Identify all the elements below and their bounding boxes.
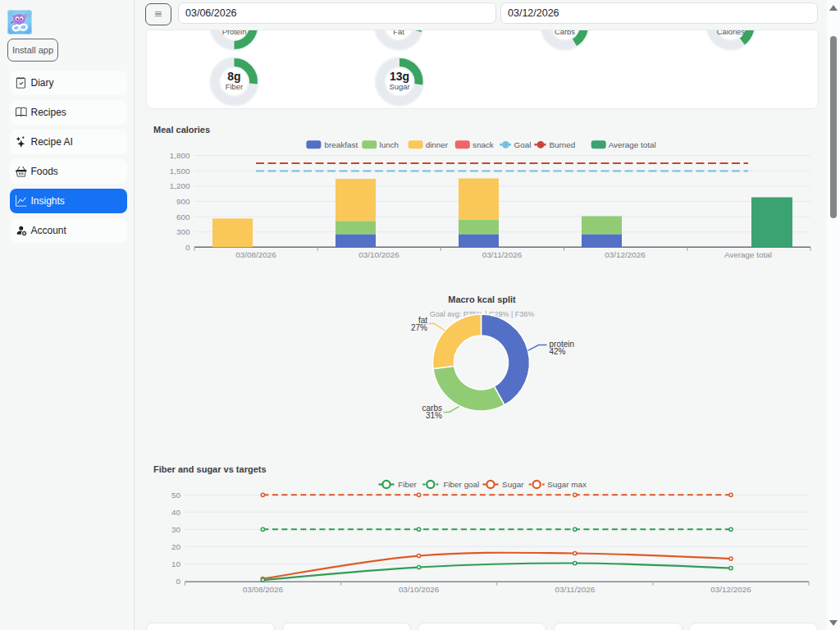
svg-text:0: 0 — [176, 577, 181, 586]
svg-text:03/10/2026: 03/10/2026 — [358, 250, 399, 259]
svg-text:03/11/2026: 03/11/2026 — [555, 585, 595, 594]
svg-text:1,200: 1,200 — [170, 181, 190, 190]
svg-text:03/08/2026: 03/08/2026 — [235, 250, 276, 259]
svg-text:03/12/2026: 03/12/2026 — [710, 585, 751, 594]
svg-text:1,800: 1,800 — [170, 151, 190, 160]
svg-text:30: 30 — [171, 525, 180, 534]
svg-text:03/08/2026: 03/08/2026 — [243, 585, 284, 594]
svg-text:Macro kcal split: Macro kcal split — [448, 294, 516, 304]
svg-text:Goal: Goal — [514, 140, 532, 149]
svg-text:Fiber goal: Fiber goal — [443, 480, 479, 489]
svg-text:Sugar max: Sugar max — [547, 480, 587, 489]
svg-text:Protein: Protein — [221, 30, 246, 36]
svg-text:lunch: lunch — [380, 140, 399, 149]
svg-text:20: 20 — [171, 542, 180, 551]
svg-text:10: 10 — [171, 559, 180, 568]
svg-text:Burned: Burned — [550, 140, 576, 149]
svg-text:Carbs: Carbs — [554, 30, 574, 36]
svg-text:Average total: Average total — [609, 140, 656, 149]
svg-text:300: 300 — [176, 227, 190, 236]
svg-text:Fiber: Fiber — [225, 81, 242, 90]
svg-text:Fiber and sugar vs targets: Fiber and sugar vs targets — [153, 464, 267, 474]
svg-text:Sugar: Sugar — [502, 480, 524, 489]
svg-text:breakfast: breakfast — [325, 140, 358, 149]
svg-text:snack: snack — [472, 140, 494, 149]
svg-text:42%: 42% — [550, 347, 566, 356]
svg-text:Meal calories: Meal calories — [153, 125, 210, 135]
svg-text:31%: 31% — [426, 411, 442, 420]
svg-text:03/10/2026: 03/10/2026 — [399, 585, 440, 594]
svg-text:50: 50 — [171, 491, 180, 500]
svg-text:27%: 27% — [411, 323, 427, 332]
svg-text:Fiber: Fiber — [398, 480, 417, 489]
svg-text:dinner: dinner — [426, 140, 449, 149]
svg-text:03/11/2026: 03/11/2026 — [482, 250, 523, 259]
svg-text:600: 600 — [176, 212, 190, 221]
svg-text:Average total: Average total — [724, 250, 772, 259]
svg-text:03/12/2026: 03/12/2026 — [605, 250, 646, 259]
svg-text:Sugar: Sugar — [389, 81, 409, 90]
svg-text:40: 40 — [171, 508, 180, 517]
svg-text:Calories: Calories — [716, 30, 745, 36]
svg-text:0: 0 — [185, 243, 190, 252]
svg-text:Fat: Fat — [393, 30, 404, 36]
svg-text:900: 900 — [176, 197, 190, 206]
svg-text:1,500: 1,500 — [170, 167, 190, 176]
